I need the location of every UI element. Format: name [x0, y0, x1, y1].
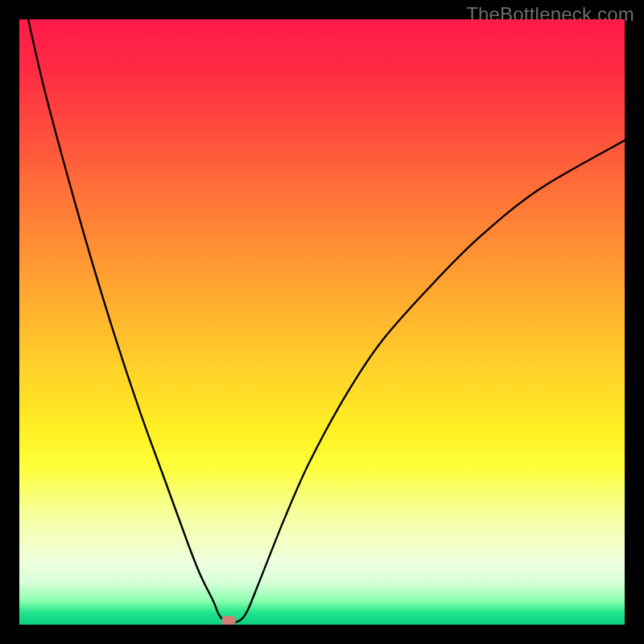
bottleneck-curve: [24, 19, 625, 623]
optimum-marker: [221, 616, 236, 625]
chart-frame: TheBottleneck.com: [0, 0, 644, 644]
plot-area: [19, 19, 625, 625]
curve-svg: [19, 19, 625, 625]
